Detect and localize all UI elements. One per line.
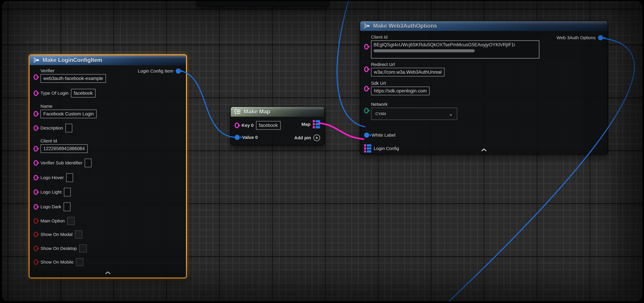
pin-verifier[interactable]	[34, 74, 38, 80]
client-id-input[interactable]: 1222658941886084	[40, 144, 88, 153]
pin-key0[interactable]	[235, 122, 239, 128]
pin-row-white-label: White Label	[364, 132, 395, 138]
pin-redirect-url[interactable]	[364, 66, 368, 72]
sdk-url-input[interactable]: https://sdk.openlogin.com	[371, 86, 430, 95]
pin-network[interactable]	[364, 108, 368, 114]
show-on-mobile-checkbox[interactable]	[76, 258, 84, 266]
pin-row-show-on-mobile: Show On Mobile	[34, 258, 84, 266]
pin-label-logo-dark: Logo Dark	[40, 204, 61, 209]
pin-label-main-option: Main Option	[40, 218, 65, 224]
network-selected-value: CYAN	[375, 112, 386, 116]
pin-show-on-desktop[interactable]	[34, 246, 38, 251]
pin-row-client-id: Client Id 1222658941886084	[34, 138, 88, 153]
blueprint-graph-canvas[interactable]: Make LoginConfigItem Login Config Item V…	[2, 1, 642, 301]
pin-label-show-on-mobile: Show On Mobile	[40, 260, 74, 265]
client-id-scrollbar[interactable]	[374, 49, 475, 52]
pin-main-option[interactable]	[34, 218, 38, 224]
node-make-loginconfigitem[interactable]: Make LoginConfigItem Login Config Item V…	[28, 54, 187, 278]
pin-logo-light[interactable]	[34, 189, 38, 195]
output-pin-label: Web 3Auth Options	[556, 35, 596, 40]
pin-label-description: Description	[40, 126, 63, 130]
offscreen-node-bottom[interactable]	[197, 1, 329, 6]
node-header-make-map[interactable]: Make Map	[231, 107, 324, 117]
description-input[interactable]	[66, 124, 72, 132]
show-on-modal-checkbox[interactable]	[75, 230, 82, 238]
add-pin-label: Add pin	[294, 135, 311, 140]
pin-row-value0: Value 0	[235, 135, 258, 140]
wire-map-to-login-config[interactable]	[318, 123, 364, 139]
make-struct-icon	[33, 57, 40, 64]
pin-label-type-of-login: Type Of Login	[40, 91, 68, 96]
pin-label-logo-hover: Logo Hover	[40, 175, 64, 180]
logo-hover-input[interactable]	[66, 173, 73, 182]
type-of-login-input[interactable]: facebook	[71, 89, 96, 98]
node-title: Make Web3AuthOptions	[373, 23, 437, 29]
pin-row-redirect-url: Redirect Url w3a://com.w3a.Web3AuthUnrea…	[364, 62, 444, 76]
pin-logo-hover[interactable]	[34, 175, 38, 180]
pin-label-verifier: Verifier	[40, 68, 106, 73]
pin-label-sdk-url: Sdk Url	[371, 81, 430, 86]
node-header-make-loginconfigitem[interactable]: Make LoginConfigItem	[30, 55, 186, 65]
pin-show-on-modal[interactable]	[34, 232, 38, 237]
pin-client-id[interactable]	[34, 146, 38, 152]
node-title: Make LoginConfigItem	[42, 57, 102, 63]
collapse-node-button[interactable]	[105, 271, 111, 274]
pin-row-logo-light: Logo Light	[34, 188, 71, 196]
pin-label-name: Name	[40, 104, 97, 109]
pin-row-verifier: Verifier web3auth-facebook-example	[34, 68, 106, 83]
client-id-text: BEglQSgt4cUWcj6SKRdu5QkOXTsePmMcusG5EAoy…	[374, 42, 537, 48]
client-id-input[interactable]: BEglQSgt4cUWcj6SKRdu5QkOXTsePmMcusG5EAoy…	[371, 40, 539, 58]
pin-login-config-item-output[interactable]	[176, 68, 181, 74]
pin-row-verifier-sub-identifier: Verifier Sub Identifier	[34, 158, 92, 167]
pin-sdk-url[interactable]	[364, 86, 368, 92]
network-dropdown[interactable]: CYAN ⌄	[371, 108, 457, 120]
pin-label-show-on-desktop: Show On Desktop	[40, 246, 77, 251]
logo-dark-input[interactable]	[64, 202, 70, 211]
show-on-desktop-checkbox[interactable]	[79, 244, 87, 252]
pin-label-client-id: Client Id	[40, 138, 88, 144]
pin-show-on-mobile[interactable]	[34, 259, 38, 265]
redirect-url-input[interactable]: w3a://com.w3a.Web3AuthUnreal	[371, 68, 444, 76]
key0-input[interactable]: facebook	[256, 121, 281, 130]
logo-light-input[interactable]	[64, 188, 71, 196]
output-row-login-config-item: Login Config Item	[138, 68, 181, 74]
pin-white-label[interactable]	[364, 132, 369, 138]
pin-client-id[interactable]	[364, 44, 368, 50]
pin-label-login-config: Login Config	[374, 146, 399, 151]
pin-login-config[interactable]	[364, 144, 371, 152]
pin-row-sdk-url: Sdk Url https://sdk.openlogin.com	[364, 81, 430, 95]
pin-label-value0: Value 0	[242, 135, 258, 140]
node-title: Make Map	[244, 108, 270, 115]
pin-row-type-of-login: Type Of Login facebook	[34, 89, 96, 98]
name-input[interactable]: Facebook Custom Login	[40, 110, 97, 118]
node-header-make-web3authoptions[interactable]: Make Web3AuthOptions	[360, 21, 608, 31]
pin-row-name: Name Facebook Custom Login	[34, 104, 97, 118]
pin-web3auth-options-output[interactable]	[598, 35, 603, 40]
node-make-web3authoptions[interactable]: Make Web3AuthOptions Web 3Auth Options C…	[360, 20, 608, 154]
pin-type-of-login[interactable]	[34, 90, 38, 96]
collapse-node-button[interactable]	[481, 148, 487, 152]
verifier-sub-identifier-input[interactable]	[85, 158, 92, 167]
add-pin-row: Add pin +	[294, 134, 320, 141]
pin-label-redirect-url: Redirect Url	[371, 62, 444, 67]
pin-label-key0: Key 0	[242, 123, 254, 128]
make-map-icon	[234, 108, 241, 115]
pin-value0[interactable]	[235, 135, 240, 140]
pin-row-network: Network CYAN ⌄	[364, 102, 457, 120]
pin-label-client-id: Client Id	[371, 34, 539, 40]
node-make-map[interactable]: Make Map Key 0 facebook Value 0 Map Add …	[230, 106, 325, 146]
chevron-down-icon: ⌄	[449, 111, 453, 116]
pin-row-key0: Key 0 facebook	[235, 121, 281, 130]
pin-logo-dark[interactable]	[34, 204, 38, 210]
pin-label-verifier-sub-identifier: Verifier Sub Identifier	[40, 160, 82, 166]
pin-row-show-on-modal: Show On Modal	[34, 230, 82, 238]
add-pin-button[interactable]: +	[314, 134, 320, 141]
pin-description[interactable]	[34, 125, 38, 131]
pin-name[interactable]	[34, 111, 38, 117]
pin-verifier-sub-identifier[interactable]	[34, 160, 38, 166]
pin-label-show-on-modal: Show On Modal	[40, 232, 72, 237]
main-option-checkbox[interactable]	[67, 217, 75, 225]
pin-row-logo-hover: Logo Hover	[34, 173, 73, 182]
pin-map-output[interactable]	[313, 120, 320, 128]
verifier-input[interactable]: web3auth-facebook-example	[40, 74, 106, 83]
